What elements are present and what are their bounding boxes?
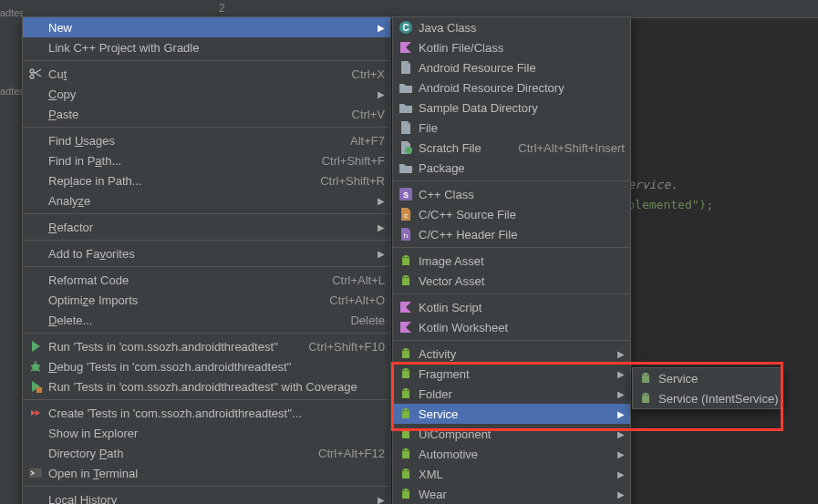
- menu-item-favorites[interactable]: Add to Favorites▶: [23, 243, 390, 263]
- menu-item-new[interactable]: New▶: [23, 17, 390, 37]
- menu-item-create-tests[interactable]: Create 'Tests in 'com.ssozh.androidthrea…: [23, 403, 390, 423]
- menu-item-uicomponent[interactable]: UiComponent▶: [393, 424, 630, 444]
- svg-point-21: [407, 370, 408, 371]
- svg-point-0: [32, 364, 39, 371]
- menu-item-cpp-header[interactable]: hC/C++ Header File: [393, 224, 630, 244]
- menu-item-android-res-file[interactable]: Android Resource File: [393, 57, 630, 77]
- menu-item-package[interactable]: Package: [393, 158, 630, 178]
- svg-point-47: [643, 375, 644, 375]
- blank-icon: [26, 193, 45, 208]
- svg-rect-46: [642, 377, 649, 383]
- menu-item-sample-data[interactable]: Sample Data Directory: [393, 98, 630, 118]
- menu-item-find-usages[interactable]: Find UsagesAlt+F7: [23, 130, 390, 150]
- menu-label: Analyze: [45, 194, 374, 208]
- menu-item-copy[interactable]: Copy▶: [23, 84, 390, 104]
- menu-item-android-res-dir[interactable]: Android Resource Directory: [393, 77, 630, 98]
- menu-item-image-asset[interactable]: Image Asset: [393, 251, 630, 271]
- menu-item-file[interactable]: File: [393, 118, 630, 138]
- menu-item-reformat[interactable]: Reformat CodeCtrl+Alt+L: [23, 270, 390, 290]
- menu-item-cut[interactable]: CutCtrl+X: [23, 64, 390, 84]
- menu-item-folder-sub[interactable]: Folder▶: [393, 384, 630, 404]
- menu-item-new-intent-service[interactable]: Service (IntentService): [633, 388, 782, 408]
- android-icon: [397, 253, 415, 268]
- menu-item-run-coverage[interactable]: Run 'Tests in 'com.ssozh.androidthreadte…: [23, 376, 390, 396]
- terminal-icon: [26, 466, 45, 480]
- android-icon: [397, 273, 415, 288]
- menu-label: Service: [415, 407, 614, 421]
- context-menu[interactable]: New▶Link C++ Project with GradleCutCtrl+…: [22, 16, 391, 504]
- menu-item-kotlin-file[interactable]: Kotlin File/Class: [393, 37, 630, 57]
- menu-shortcut: Ctrl+Alt+O: [311, 293, 385, 307]
- menu-item-cpp-class[interactable]: SC++ Class: [393, 184, 630, 204]
- menu-item-debug-tests[interactable]: Debug 'Tests in 'com.ssozh.androidthread…: [23, 356, 390, 376]
- menu-item-java-class[interactable]: CJava Class: [393, 17, 630, 37]
- menu-item-fragment[interactable]: Fragment▶: [393, 364, 630, 384]
- menu-separator: [23, 486, 390, 487]
- menu-label: Run 'Tests in 'com.ssozh.androidthreadte…: [45, 380, 385, 394]
- menu-label: XML: [415, 468, 614, 481]
- blank-icon: [26, 87, 45, 101]
- menu-item-replace-in-path[interactable]: Replace in Path...Ctrl+Shift+R: [23, 170, 390, 190]
- svg-text:c: c: [404, 211, 408, 220]
- menu-item-local-history[interactable]: Local History▶: [23, 489, 390, 504]
- menu-label: Delete...: [45, 314, 332, 327]
- menu-label: Java Class: [415, 21, 625, 35]
- menu-label: Automotive: [415, 447, 614, 461]
- menu-item-refactor[interactable]: Refactor▶: [23, 217, 390, 237]
- svg-rect-22: [402, 393, 409, 398]
- menu-label: Local History: [45, 493, 374, 505]
- menu-label: Open in Terminal: [45, 467, 385, 480]
- file-icon: [397, 120, 415, 135]
- menu-item-kotlin-worksheet[interactable]: Kotlin Worksheet: [393, 317, 630, 337]
- menu-item-scratch-file[interactable]: Scratch FileCtrl+Alt+Shift+Insert: [393, 138, 630, 158]
- menu-item-xml[interactable]: XML▶: [393, 464, 630, 484]
- svg-point-35: [403, 470, 404, 471]
- android-icon: [397, 386, 415, 401]
- folder-icon: [397, 100, 415, 115]
- menu-label: Sample Data Directory: [415, 101, 625, 115]
- menu-item-activity[interactable]: Activity▶: [393, 344, 630, 364]
- menu-item-cpp-source[interactable]: cC/C++ Source File: [393, 204, 630, 224]
- android-icon: [397, 406, 415, 421]
- menu-item-directory-path[interactable]: Directory PathCtrl+Alt+F12: [23, 443, 390, 463]
- menu-separator: [23, 213, 390, 214]
- submenu-arrow-icon: ▶: [374, 89, 385, 99]
- menu-item-kotlin-script[interactable]: Kotlin Script: [393, 297, 630, 317]
- android-alt-icon: [637, 371, 655, 386]
- new-submenu[interactable]: CJava ClassKotlin File/ClassAndroid Reso…: [392, 16, 631, 504]
- menu-item-link-cpp[interactable]: Link C++ Project with Gradle: [23, 37, 390, 57]
- menu-item-new-service[interactable]: Service: [633, 368, 782, 388]
- cpp-s-icon: S: [397, 187, 415, 201]
- menu-separator: [393, 247, 630, 248]
- menu-item-optimize-imports[interactable]: Optimize ImportsCtrl+Alt+O: [23, 290, 390, 310]
- red-arrows-icon: [26, 406, 45, 420]
- menu-item-automotive[interactable]: Automotive▶: [393, 444, 630, 464]
- menu-label: File: [415, 121, 625, 135]
- svg-point-14: [403, 277, 404, 278]
- menu-item-paste[interactable]: PasteCtrl+V: [23, 104, 390, 124]
- svg-rect-16: [402, 353, 409, 358]
- menu-item-delete[interactable]: Delete...Delete: [23, 310, 390, 330]
- menu-item-run-tests[interactable]: Run 'Tests in 'com.ssozh.androidthreadte…: [23, 336, 390, 356]
- svg-rect-25: [402, 413, 409, 418]
- menu-item-service[interactable]: Service▶: [393, 404, 630, 424]
- svg-rect-13: [402, 280, 409, 285]
- blank-icon: [26, 426, 45, 440]
- menu-label: Optimize Imports: [45, 293, 311, 307]
- menu-label: Service (IntentService): [655, 392, 779, 406]
- blank-icon: [26, 133, 45, 148]
- svg-rect-10: [402, 260, 409, 265]
- menu-item-find-in-path[interactable]: Find in Path...Ctrl+Shift+F: [23, 150, 390, 170]
- menu-item-show-explorer[interactable]: Show in Explorer: [23, 423, 390, 443]
- menu-item-open-terminal[interactable]: Open in Terminal: [23, 463, 390, 483]
- service-submenu[interactable]: ServiceService (IntentService): [632, 367, 783, 409]
- android-icon: [397, 427, 415, 441]
- menu-item-wear[interactable]: Wear▶: [393, 484, 630, 504]
- blank-icon: [26, 220, 45, 234]
- menu-item-analyze[interactable]: Analyze▶: [23, 190, 390, 211]
- menu-label: C/C++ Header File: [415, 228, 625, 242]
- menu-item-vector-asset[interactable]: Vector Asset: [393, 271, 630, 291]
- svg-rect-34: [402, 473, 409, 478]
- svg-rect-28: [402, 433, 409, 438]
- menu-label: C/C++ Source File: [415, 208, 625, 221]
